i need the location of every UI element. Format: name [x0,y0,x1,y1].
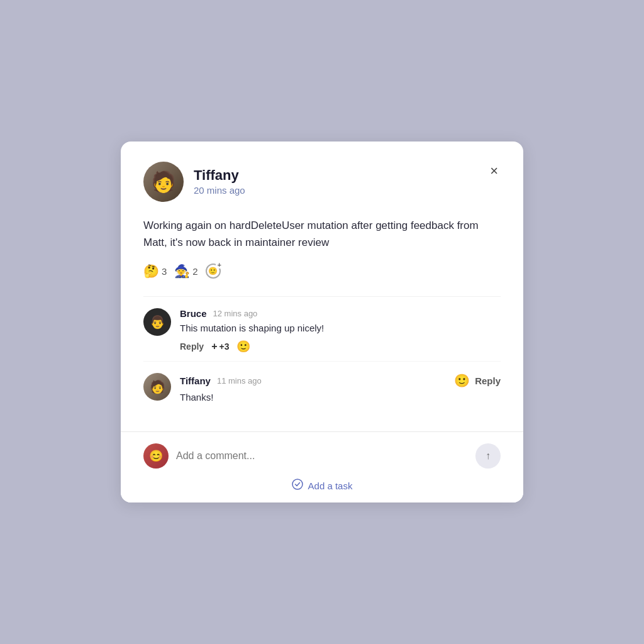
bruce-avatar: 👨 [143,308,171,336]
comment-bruce: 👨 Bruce 12 mins ago This mutation is sha… [143,297,501,362]
tiffany-reply-meta: Tiffany 11 mins ago [180,375,262,386]
tiffany-reply-actions: 🙂 Reply [454,373,501,388]
wizard-count: 2 [192,266,197,277]
tiffany-reply-text: Thanks! [180,392,501,402]
comment-card: 🧑 Tiffany 20 mins ago × Working again on… [121,142,523,502]
thinking-emoji: 🤔 [143,264,159,279]
tiffany-reply-avatar: 🧑 [143,373,171,401]
bruce-plus-count: +3 [219,341,229,352]
svg-point-0 [292,479,303,489]
post-timestamp: 20 mins ago [194,185,245,196]
add-reaction-button[interactable]: 🙂 [206,264,221,279]
tiffany-reply-content: Tiffany 11 mins ago 🙂 Reply Thanks! [180,373,501,409]
page-background: 🧑 Tiffany 20 mins ago × Working again on… [0,0,644,644]
tiffany-reply-header: Tiffany 11 mins ago 🙂 Reply [180,373,501,388]
comment-footer: 😊 ↑ Add a task [121,431,523,502]
reactions-row: 🤔 3 🧙 2 🙂 [143,264,501,279]
reaction-thinking[interactable]: 🤔 3 [143,264,167,279]
post-header: 🧑 Tiffany 20 mins ago × [143,162,501,202]
comments-section: 👨 Bruce 12 mins ago This mutation is sha… [143,296,501,416]
post-user-info: Tiffany 20 mins ago [194,167,245,196]
send-button[interactable]: ↑ [475,443,501,469]
bruce-comment-actions: Reply + +3 🙂 [180,340,501,353]
bruce-emoji-icon: 🙂 [236,340,250,353]
tiffany-reply-button[interactable]: Reply [475,375,501,386]
bruce-comment-header: Bruce 12 mins ago [180,308,501,319]
author-avatar: 🧑 [143,162,184,202]
bruce-reply-button[interactable]: Reply [180,341,204,352]
wizard-emoji: 🧙 [174,264,190,279]
bruce-add-emoji-button[interactable]: 🙂 [236,340,250,353]
close-button[interactable]: × [487,162,501,180]
bruce-comment-content: Bruce 12 mins ago This mutation is shapi… [180,308,501,353]
bruce-name: Bruce [180,308,207,319]
tiffany-reply-name: Tiffany [180,375,211,386]
tiffany-reply-time: 11 mins ago [217,376,262,386]
comment-input[interactable] [176,450,468,462]
tiffany-add-emoji-button[interactable]: 🙂 [454,373,470,388]
current-user-avatar: 😊 [143,443,169,469]
bruce-comment-text: This mutation is shaping up nicely! [180,323,501,333]
add-task-icon [292,479,303,492]
comment-tiffany-reply: 🧑 Tiffany 11 mins ago 🙂 [143,362,501,416]
bruce-time: 12 mins ago [213,309,258,318]
post-content: Working again on hardDeleteUser mutation… [143,217,501,251]
bruce-plus-reaction[interactable]: + +3 [211,341,229,352]
add-reaction-icon: 🙂 [206,264,221,279]
add-task-row[interactable]: Add a task [143,479,501,492]
plus-icon: + [211,341,217,352]
card-body: 🧑 Tiffany 20 mins ago × Working again on… [121,142,523,431]
post-author-name: Tiffany [194,167,245,184]
tiffany-emoji-icon: 🙂 [454,374,470,387]
reaction-wizard[interactable]: 🧙 2 [174,264,197,279]
comment-input-row: 😊 ↑ [143,443,501,469]
add-task-label: Add a task [308,480,353,491]
thinking-count: 3 [162,266,167,277]
